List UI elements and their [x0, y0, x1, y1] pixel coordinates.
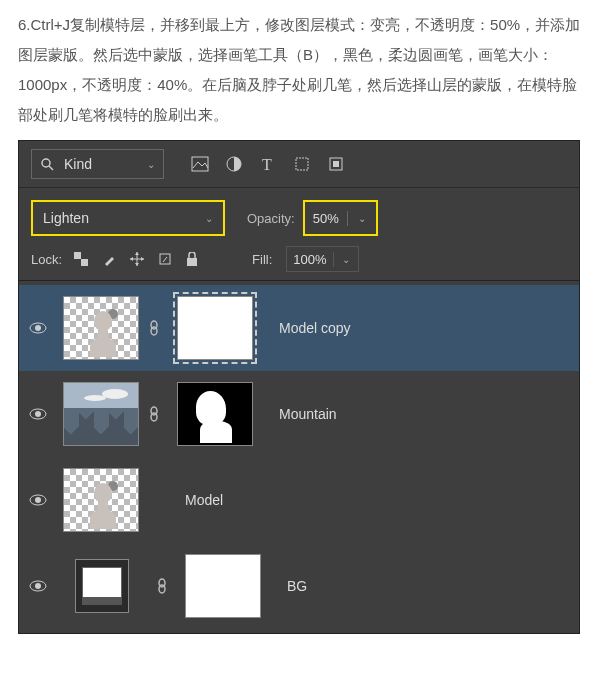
- visibility-toggle[interactable]: [29, 494, 53, 506]
- blend-row: Lighten ⌄ Opacity: 50% ⌄: [19, 188, 579, 240]
- search-icon: [40, 157, 54, 171]
- filter-label: Kind: [64, 156, 92, 172]
- adjustment-filter-icon[interactable]: [224, 154, 244, 174]
- chevron-down-icon: ⌄: [147, 159, 155, 170]
- chevron-down-icon: ⌄: [348, 213, 376, 224]
- layer-filter-dropdown[interactable]: Kind ⌄: [31, 149, 164, 179]
- svg-point-0: [42, 159, 50, 167]
- layer-row-bg[interactable]: BG: [19, 543, 579, 629]
- svg-rect-9: [74, 252, 81, 259]
- lock-artboard-icon[interactable]: [158, 252, 176, 266]
- svg-rect-7: [333, 161, 339, 167]
- svg-point-26: [159, 585, 165, 593]
- svg-line-1: [49, 166, 53, 170]
- svg-point-14: [35, 325, 41, 331]
- layer-name[interactable]: BG: [287, 578, 307, 594]
- layers-panel: Kind ⌄ T Lighten ⌄ Opacity: 50% ⌄ Lock:: [18, 140, 580, 634]
- fill-value: 100%: [287, 252, 333, 267]
- visibility-toggle[interactable]: [29, 408, 53, 420]
- layer-row-modelcopy[interactable]: Model copy: [19, 285, 579, 371]
- mask-link-icon[interactable]: [149, 406, 167, 422]
- svg-rect-10: [81, 259, 88, 266]
- layer-thumbnail[interactable]: [63, 296, 139, 360]
- mask-thumbnail[interactable]: [177, 296, 253, 360]
- filter-row: Kind ⌄ T: [19, 141, 579, 188]
- filter-type-buttons: T: [190, 154, 346, 174]
- lock-all-icon[interactable]: [186, 252, 204, 266]
- layer-row-model[interactable]: Model: [19, 457, 579, 543]
- svg-point-22: [35, 497, 41, 503]
- type-filter-icon[interactable]: T: [258, 154, 278, 174]
- visibility-toggle[interactable]: [29, 580, 53, 592]
- svg-text:T: T: [262, 156, 272, 172]
- blend-mode-label: Lighten: [43, 210, 89, 226]
- fill-label: Fill:: [252, 252, 272, 267]
- chevron-down-icon: ⌄: [205, 213, 213, 224]
- opacity-value: 50%: [305, 211, 348, 226]
- layer-name[interactable]: Model copy: [279, 320, 351, 336]
- layer-thumbnail[interactable]: [63, 468, 139, 532]
- layers-list: Model copy Mountain Model BG: [19, 281, 579, 633]
- lock-label: Lock:: [31, 252, 62, 267]
- svg-point-16: [151, 327, 157, 335]
- layer-name[interactable]: Mountain: [279, 406, 337, 422]
- pixel-filter-icon[interactable]: [190, 154, 210, 174]
- svg-rect-12: [187, 258, 197, 266]
- lock-position-icon[interactable]: [130, 252, 148, 266]
- mask-link-icon[interactable]: [157, 578, 175, 594]
- mask-thumbnail[interactable]: [185, 554, 261, 618]
- lock-row: Lock: Fill: 100% ⌄: [19, 240, 579, 281]
- mask-link-icon[interactable]: [149, 320, 167, 336]
- visibility-toggle[interactable]: [29, 322, 53, 334]
- smartobject-filter-icon[interactable]: [326, 154, 346, 174]
- opacity-label: Opacity:: [247, 211, 295, 226]
- lock-pixels-icon[interactable]: [102, 252, 120, 266]
- svg-point-20: [151, 413, 157, 421]
- fill-input[interactable]: 100% ⌄: [286, 246, 358, 272]
- svg-point-18: [35, 411, 41, 417]
- opacity-input[interactable]: 50% ⌄: [303, 200, 378, 236]
- chevron-down-icon: ⌄: [334, 254, 358, 265]
- layer-row-mountain[interactable]: Mountain: [19, 371, 579, 457]
- layer-thumbnail[interactable]: [75, 559, 129, 613]
- blend-mode-dropdown[interactable]: Lighten ⌄: [31, 200, 225, 236]
- layer-name[interactable]: Model: [185, 492, 223, 508]
- layer-thumbnail[interactable]: [63, 382, 139, 446]
- svg-rect-5: [296, 158, 308, 170]
- shape-filter-icon[interactable]: [292, 154, 312, 174]
- instruction-text: 6.Ctrl+J复制模特层，并移到最上方，修改图层模式：变亮，不透明度：50%，…: [0, 0, 600, 136]
- svg-point-24: [35, 583, 41, 589]
- mask-thumbnail[interactable]: [177, 382, 253, 446]
- lock-transparency-icon[interactable]: [74, 252, 92, 266]
